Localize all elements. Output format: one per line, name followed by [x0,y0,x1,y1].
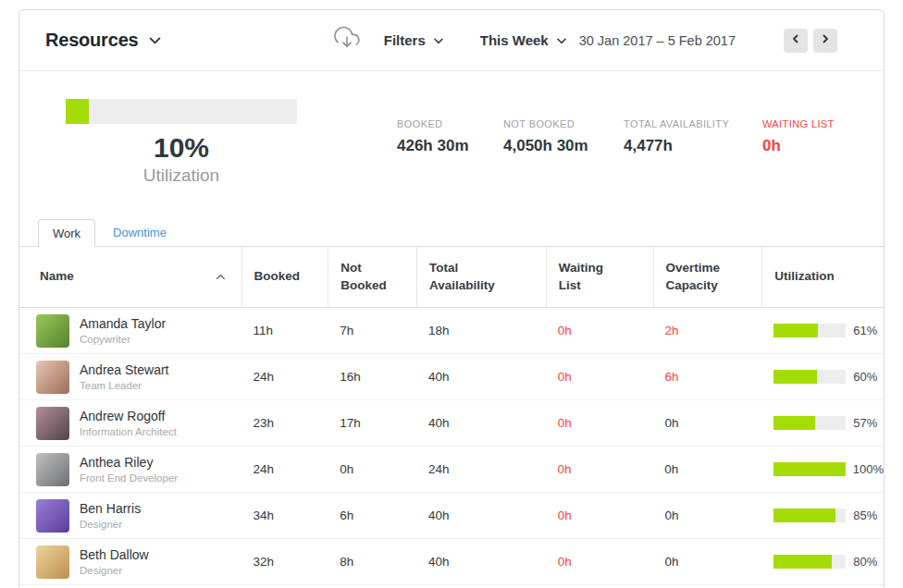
utilization-cell: 60% [761,370,884,384]
overtime-capacity-cell: 2h [653,324,762,337]
report-type-dropdown[interactable]: Resources [45,30,163,51]
person-role: Information Architect [80,426,177,437]
column-header-waiting-list[interactable]: Waiting List [546,247,653,307]
utilization-bar [773,462,846,476]
column-header-overtime-capacity[interactable]: Overtime Capacity [653,247,762,307]
not-booked-cell: 8h [328,555,416,569]
person-name: Ben Harris [80,501,141,516]
waiting-list-cell: 0h [546,370,653,384]
total-availability-cell: 24h [416,462,546,476]
person-name: Andrew Rogoff [80,409,177,423]
period-dropdown[interactable]: This Week [480,32,568,48]
period-label: This Week [480,32,549,48]
person-role: Team Leader [80,380,169,391]
summary-section: 10% Utilization BOOKED 426h 30m NOT BOOK… [19,71,884,219]
column-header-name[interactable]: Name [19,247,241,307]
stat-value: 4,050h 30m [503,137,624,155]
stat-label: TOTAL AVAILABILITY [624,118,762,129]
not-booked-cell: 16h [328,370,416,384]
total-availability-cell: 40h [416,416,546,430]
stat-label: BOOKED [397,118,503,129]
waiting-list-cell: 0h [546,416,653,430]
person-name: Andrea Stewart [80,362,169,377]
utilization-gauge: 10% Utilization [66,99,297,219]
utilization-bar [773,416,846,430]
utilization-bar-fill [773,324,818,337]
stat-label: NOT BOOKED [503,118,624,129]
table-row[interactable]: Beth Dallow Designer 32h 8h 40h 0h 0h 80… [19,539,884,585]
table-row[interactable]: Ben Harris Designer 34h 6h 40h 0h 0h 85% [19,493,884,539]
utilization-progress-bar [66,99,297,124]
utilization-bar-fill [773,462,846,476]
overtime-capacity-cell: 0h [652,462,761,476]
table-body: Amanda Taylor Copywriter 11h 7h 18h 0h 2… [19,308,884,585]
booked-cell: 11h [241,324,328,337]
table-row[interactable]: Amanda Taylor Copywriter 11h 7h 18h 0h 2… [19,308,884,354]
prev-week-button[interactable] [784,29,808,53]
waiting-list-cell: 0h [546,324,653,337]
column-header-booked[interactable]: Booked [241,247,328,307]
waiting-list-cell: 0h [546,508,653,522]
booked-cell: 24h [241,370,328,384]
stat-value: 426h 30m [397,137,503,155]
overtime-capacity-cell: 6h [653,370,762,384]
tab-work[interactable]: Work [38,219,95,247]
avatar [36,361,69,394]
utilization-bar [773,324,846,337]
resources-report-card: Resources Filters This Week [19,9,884,588]
summary-stat: NOT BOOKED 4,050h 30m [503,118,624,219]
waiting-list-cell: 0h [546,555,653,569]
cloud-download-icon [334,26,360,55]
person-name: Amanda Taylor [80,316,166,331]
column-header-utilization[interactable]: Utilization [761,247,884,307]
topbar-actions: Filters This Week 30 Jan 2017 – 5 Feb 20… [334,26,861,55]
utilization-cell: 57% [761,416,884,430]
utilization-percent-text: 57% [853,416,877,430]
table-row[interactable]: Andrew Rogoff Information Architect 23h … [19,400,884,447]
date-range: 30 Jan 2017 – 5 Feb 2017 [579,33,736,48]
avatar [36,314,69,348]
utilization-label: Utilization [66,165,297,186]
filters-dropdown[interactable]: Filters [384,32,445,48]
tab-downtime[interactable]: Downtime [99,220,180,246]
stat-value: 0h [762,137,884,155]
utilization-cell: 61% [761,324,884,337]
utilization-percent-text: 60% [853,370,877,384]
export-download-button[interactable] [334,26,360,55]
table-row[interactable]: Anthea Riley Front End Developer 24h 0h … [19,447,884,493]
person-name: Beth Dallow [80,547,149,562]
overtime-capacity-cell: 0h [653,508,762,522]
column-header-not-booked[interactable]: Not Booked [328,247,416,307]
utilization-bar [773,508,846,522]
sort-asc-icon [215,271,227,283]
utilization-percent-text: 85% [853,508,877,522]
summary-stat: WAITING LIST 0h [762,118,884,219]
booked-cell: 32h [241,555,328,569]
column-header-total-availability[interactable]: Total Availability [416,247,546,307]
week-nav [784,29,837,53]
person-role: Designer [80,565,149,576]
not-booked-cell: 0h [328,462,416,476]
person-cell: Anthea Riley Front End Developer [19,453,241,486]
table-header: Name Booked Not Booked Total Availabilit… [19,247,884,308]
chevron-right-icon [820,33,831,47]
person-role: Designer [80,519,141,530]
summary-stats: BOOKED 426h 30m NOT BOOKED 4,050h 30m TO… [397,99,884,219]
utilization-percent-text: 100% [853,462,884,476]
topbar: Resources Filters This Week [19,10,884,71]
summary-stat: BOOKED 426h 30m [397,118,503,219]
not-booked-cell: 7h [328,324,416,337]
next-week-button[interactable] [813,29,837,53]
person-role: Front End Developer [80,472,178,484]
table-row[interactable]: Andrea Stewart Team Leader 24h 16h 40h 0… [19,354,884,400]
person-cell: Beth Dallow Designer [19,545,241,579]
total-availability-cell: 18h [416,324,546,337]
utilization-cell: 100% [761,462,884,476]
booked-cell: 34h [241,508,328,522]
person-cell: Amanda Taylor Copywriter [19,314,241,348]
utilization-bar-fill [773,508,835,522]
stat-value: 4,477h [624,137,762,155]
not-booked-cell: 17h [328,416,416,430]
person-cell: Andrew Rogoff Information Architect [19,407,241,440]
waiting-list-cell: 0h [546,462,653,476]
